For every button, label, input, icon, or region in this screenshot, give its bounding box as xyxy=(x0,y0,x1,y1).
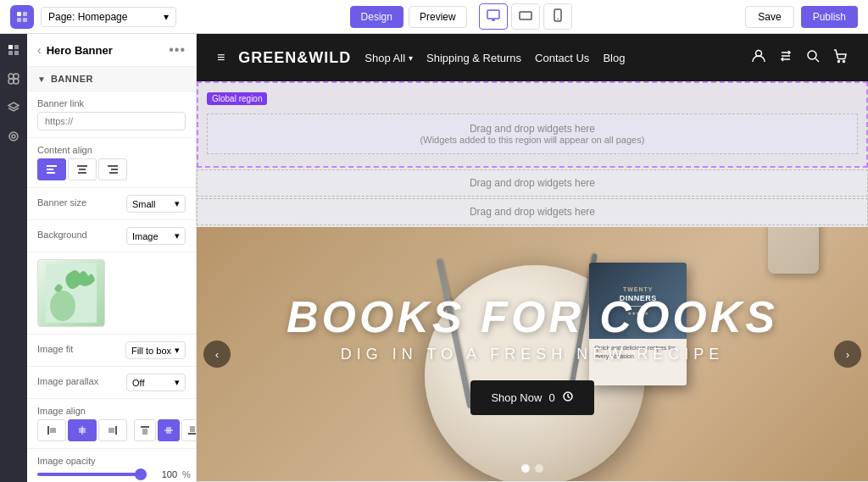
background-value: Image xyxy=(132,231,159,241)
hero-dot-2[interactable] xyxy=(535,464,543,473)
shop-all-arrow-icon: ▾ xyxy=(409,53,413,63)
image-valign-top-button[interactable] xyxy=(134,419,156,441)
svg-rect-32 xyxy=(50,428,56,433)
publish-button[interactable]: Publish xyxy=(801,6,858,28)
image-opacity-slider[interactable] xyxy=(37,473,147,476)
panel-options-button[interactable]: ••• xyxy=(169,42,186,58)
banner-size-select[interactable]: Small ▾ xyxy=(126,195,186,213)
content-align-label: Content align xyxy=(37,145,186,155)
image-align-right-button[interactable] xyxy=(98,419,127,441)
background-select[interactable]: Image ▾ xyxy=(126,227,186,245)
desktop-view-button[interactable] xyxy=(479,3,508,30)
hero-next-button[interactable]: › xyxy=(834,341,861,368)
image-parallax-select[interactable]: Off ▾ xyxy=(126,374,186,391)
hero-content: BOOKS FOR COOKS DIG IN TO A FRESH NEW RE… xyxy=(287,293,778,414)
user-icon[interactable] xyxy=(751,48,766,67)
background-chevron-icon: ▾ xyxy=(175,230,180,241)
align-left-button[interactable] xyxy=(37,158,66,180)
image-valign-bottom-button[interactable] xyxy=(181,419,197,441)
rail-widgets-icon[interactable] xyxy=(4,69,23,88)
nav-contact[interactable]: Contact Us xyxy=(535,52,589,64)
drop-zone-2[interactable]: Drag and drop widgets here xyxy=(197,198,868,225)
svg-rect-36 xyxy=(108,428,114,433)
rail-layers-icon[interactable] xyxy=(4,98,23,117)
align-center-button[interactable] xyxy=(68,158,97,180)
banner-section-header[interactable]: ▼ BANNER xyxy=(27,67,196,91)
svg-rect-38 xyxy=(142,429,147,435)
content-align-group: Content align xyxy=(27,138,196,188)
banner-size-group: Banner size Small ▾ xyxy=(27,188,196,220)
tablet-landscape-view-button[interactable] xyxy=(511,3,540,30)
banner-size-chevron-icon: ▾ xyxy=(175,198,180,209)
panel-back-button[interactable]: ‹ xyxy=(37,43,42,57)
hero-prev-button[interactable]: ‹ xyxy=(203,341,231,368)
image-fit-select[interactable]: Fill to box ▾ xyxy=(125,341,186,359)
image-parallax-chevron-icon: ▾ xyxy=(175,377,180,388)
image-parallax-value: Off xyxy=(132,378,144,388)
svg-rect-37 xyxy=(141,426,149,428)
svg-rect-22 xyxy=(47,172,55,174)
hero-cta-label: Shop Now xyxy=(491,391,542,404)
device-buttons xyxy=(479,3,572,30)
image-parallax-label: Image parallax xyxy=(37,376,98,386)
rail-pages-icon[interactable] xyxy=(4,41,23,59)
drop-zone-1[interactable]: Drag and drop widgets here xyxy=(197,169,868,197)
page-selector[interactable]: Page: Homepage ▾ xyxy=(41,7,176,27)
svg-rect-4 xyxy=(487,10,499,19)
image-fit-value: Fill to box xyxy=(131,346,171,356)
site-nav-left: ≡ GREEN&WILD Shop All ▾ Shipping & Retur… xyxy=(217,49,625,67)
chevron-down-icon: ▾ xyxy=(164,11,169,23)
hero-dot-1[interactable] xyxy=(521,464,530,473)
svg-rect-34 xyxy=(79,428,86,433)
cart-icon[interactable] xyxy=(832,48,848,67)
preview-mode-button[interactable]: Preview xyxy=(409,6,467,28)
background-group: Background Image ▾ xyxy=(27,220,196,252)
image-align-center-button[interactable] xyxy=(68,419,97,441)
search-icon[interactable] xyxy=(805,48,821,67)
save-button[interactable]: Save xyxy=(745,6,793,28)
global-drop-zone[interactable]: Drag and drop widgets here (Widgets adde… xyxy=(207,114,858,154)
mobile-view-button[interactable] xyxy=(543,3,572,30)
align-right-button[interactable] xyxy=(98,158,127,180)
top-bar-right: Save Publish xyxy=(745,6,858,28)
hero-dots xyxy=(521,464,543,473)
svg-rect-2 xyxy=(17,18,21,22)
icon-rail xyxy=(0,34,27,482)
nav-shop-all[interactable]: Shop All ▾ xyxy=(364,52,413,64)
image-parallax-group: Image parallax Off ▾ xyxy=(27,367,196,399)
site-header: ≡ GREEN&WILD Shop All ▾ Shipping & Retur… xyxy=(197,34,868,81)
compare-icon[interactable] xyxy=(778,48,793,67)
svg-rect-41 xyxy=(188,433,197,435)
svg-rect-21 xyxy=(47,169,53,170)
svg-rect-3 xyxy=(23,18,27,22)
svg-rect-26 xyxy=(108,165,118,167)
hero-cta-button[interactable]: Shop Now 0 xyxy=(470,380,593,415)
svg-rect-13 xyxy=(14,51,19,55)
svg-rect-12 xyxy=(8,51,13,55)
banner-section-label: BANNER xyxy=(51,74,93,84)
hero-subtitle: DIG IN TO A FRESH NEW RECIPE xyxy=(287,346,778,363)
top-bar-left: Page: Homepage ▾ xyxy=(10,5,176,29)
svg-point-30 xyxy=(50,291,75,321)
svg-rect-11 xyxy=(14,45,19,49)
rail-design-icon[interactable] xyxy=(4,127,23,146)
image-valign-middle-button[interactable] xyxy=(158,419,180,441)
global-region: Global region Drag and drop widgets here… xyxy=(197,81,868,168)
global-region-badge: Global region xyxy=(207,92,267,105)
hamburger-icon[interactable]: ≡ xyxy=(217,50,225,65)
top-bar-center: Design Preview xyxy=(183,3,738,30)
banner-size-value: Small xyxy=(132,199,156,209)
svg-rect-10 xyxy=(8,45,13,49)
image-opacity-label: Image opacity xyxy=(37,456,186,466)
banner-link-group: Banner link xyxy=(27,91,196,138)
svg-rect-42 xyxy=(190,426,195,432)
design-mode-button[interactable]: Design xyxy=(350,6,403,28)
background-image-preview[interactable] xyxy=(37,259,105,327)
svg-rect-31 xyxy=(47,426,49,435)
svg-point-16 xyxy=(8,79,14,84)
nav-blog[interactable]: Blog xyxy=(603,52,625,64)
banner-link-input[interactable] xyxy=(37,112,186,130)
nav-shipping[interactable]: Shipping & Returns xyxy=(426,52,521,64)
svg-point-18 xyxy=(9,132,18,141)
image-align-left-button[interactable] xyxy=(37,419,66,441)
